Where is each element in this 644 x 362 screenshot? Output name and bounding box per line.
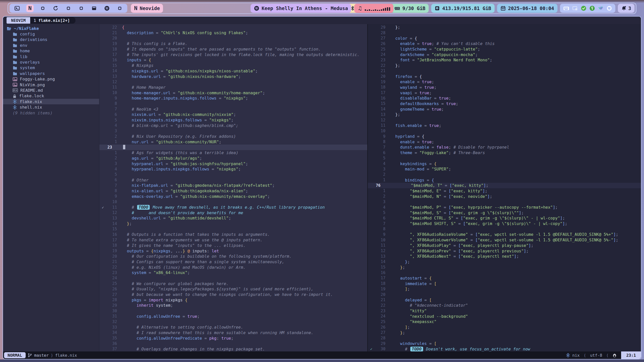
- code-line[interactable]: 4 "$mainMod, P" = ["exec, hyprpicker --a…: [368, 205, 641, 210]
- code-line[interactable]: 8: [368, 226, 641, 232]
- tree-item-foggy-lake-png[interactable]: Foggy-Lake.png: [3, 76, 99, 82]
- audio-visualizer-widget[interactable]: ♫: [354, 4, 393, 13]
- code-line[interactable]: 21: [368, 68, 641, 74]
- code-line[interactable]: 21 description = "ChUrl's NixOS config u…: [99, 30, 367, 36]
- code-line[interactable]: 19 ];: [368, 286, 641, 292]
- tree-item-derivations[interactable]: derivations: [3, 37, 99, 42]
- code-line[interactable]: 21 # Configs can support more than a sin…: [99, 259, 367, 265]
- code-line[interactable]: 3 main-mod = "SUPER";: [368, 166, 641, 172]
- code-line[interactable]: 6 theme = "Foggy-Lake"; # Three-Bears: [368, 150, 641, 156]
- check-circle-icon[interactable]: [581, 6, 586, 11]
- code-line[interactable]: 7 nix-flatpak.url = "github:gmodena/nix-…: [99, 183, 367, 188]
- code-line[interactable]: 22{: [99, 25, 367, 30]
- tab-flake-nix[interactable]: 1 flake.nix[2+]: [30, 17, 75, 24]
- code-line[interactable]: 14 gnomeTheme = true;: [368, 106, 641, 112]
- explorer-source-tab[interactable]: NEOVIM: [7, 17, 30, 24]
- code-line[interactable]: 18 # It depends on "inputs" that are pas…: [99, 47, 367, 52]
- code-line[interactable]: 27 };: [368, 330, 641, 336]
- code-line[interactable]: 8: [99, 101, 367, 107]
- workspace-2-neovim[interactable]: N: [26, 5, 34, 12]
- code-line[interactable]: 6 # Other: [99, 177, 367, 183]
- code-line[interactable]: 14 nixpkgs.url = "github:nixos/nixpkgs/n…: [99, 68, 367, 74]
- code-line[interactable]: 16 disableTabBar = true;: [368, 96, 641, 101]
- keyboard-icon[interactable]: [563, 6, 569, 11]
- code-line[interactable]: 11 fish.enable = true;: [368, 123, 641, 128]
- tree-item-env[interactable]: env: [3, 42, 99, 48]
- disk-widget[interactable]: 413.19/915.81 GiB: [431, 4, 494, 13]
- code-line[interactable]: 5: [368, 156, 641, 161]
- code-line[interactable]: 22 # e.g. NixOS (linux) and MacOS (darwi…: [99, 264, 367, 270]
- code-line-current[interactable]: 23: [99, 145, 367, 150]
- code-line[interactable]: 7 # NeoVim <3: [99, 106, 367, 112]
- code-line[interactable]: 1 nur.url = "github:nix-community/NUR";: [99, 139, 367, 145]
- code-line[interactable]: 15 # Nixpkgs: [99, 63, 367, 68]
- workspace-8-spotify[interactable]: [103, 5, 111, 12]
- code-line[interactable]: 13 hardware.url = "github:nixos/nixos-ha…: [99, 74, 367, 79]
- code-line[interactable]: 1 # Ags for widgets (this was a terrible…: [99, 150, 367, 156]
- workspace-7-window[interactable]: [90, 5, 98, 12]
- code-line[interactable]: 31 config.allowUnfree = true;: [99, 313, 367, 319]
- media-widget[interactable]: Keep Shelly In Athens - Medusa: [251, 4, 351, 13]
- code-line[interactable]: 1 bindings = {: [368, 177, 641, 183]
- code-line[interactable]: 2 ags.url = "github:Aylur/ags";: [99, 156, 367, 161]
- code-line[interactable]: 9 emacs-overlay.url = "github:nix-commun…: [99, 194, 367, 199]
- workspace-1-terminal[interactable]: [13, 5, 21, 12]
- code-line[interactable]: 20 firefox = {: [368, 74, 641, 79]
- workspace-5-empty[interactable]: [65, 5, 72, 12]
- code-line[interactable]: 21 delayed = [: [368, 297, 641, 303]
- tree-item-overlays[interactable]: overlays: [3, 59, 99, 65]
- code-line[interactable]: 17 vaapi = true;: [368, 90, 641, 96]
- code-line[interactable]: 16 # Outputs is a function that takes th…: [99, 232, 367, 237]
- tree-item-flake-nix[interactable]: flake.nix: [3, 99, 99, 104]
- code-line[interactable]: 17 # To handle extra arguments we use th…: [99, 237, 367, 243]
- code-line[interactable]: 28 pkgs = import nixpkgs {: [99, 297, 367, 303]
- v-logo-icon[interactable]: [598, 6, 603, 11]
- code-line[interactable]: 25 "keepassxc": [368, 319, 641, 325]
- code-line[interactable]: 26 # Usually, "nixpkgs.legacyPackages.${…: [99, 286, 367, 292]
- code-line[interactable]: 33 # Alternative to setting config.allow…: [99, 325, 367, 330]
- code-line[interactable]: 24 darkScheme = "catppuccin-mocha";: [368, 52, 641, 57]
- code-line[interactable]: 16 inputs = {: [99, 57, 367, 63]
- code-line[interactable]: 35 config.allowUnfreePredicate = pkg: tr…: [99, 335, 367, 341]
- code-line-current[interactable]: 76 "$mainMod, T" = ["exec, kitty"];: [368, 183, 641, 188]
- code-line[interactable]: 15: [99, 226, 367, 232]
- code-line[interactable]: 2: [368, 172, 641, 177]
- code-line[interactable]: ✓11 # TODO Move away from devshell, as i…: [99, 205, 367, 210]
- code-line[interactable]: 16: [368, 270, 641, 276]
- code-line[interactable]: 15 };: [368, 264, 641, 270]
- code-line[interactable]: 15 defaultBookmarks = true;: [368, 101, 641, 107]
- code-line[interactable]: 2 # Nix User Repository (e.g. Firefox ad…: [99, 134, 367, 139]
- code-line[interactable]: 29 };: [368, 25, 641, 30]
- code-line[interactable]: 22 };: [368, 63, 641, 68]
- code-line[interactable]: ✓30 # TODO Doesn't work, use focus_on_ac…: [368, 346, 641, 351]
- workspace-3-empty[interactable]: [39, 5, 47, 12]
- key-circle-icon[interactable]: [589, 6, 595, 11]
- code-line[interactable]: 30: [99, 308, 367, 314]
- memory-widget[interactable]: 9/30 GiB: [391, 4, 429, 13]
- code-line[interactable]: 18 immediate = [: [368, 281, 641, 286]
- code-line[interactable]: 5 nixvim.inputs.nixpkgs.follows = "nixpk…: [99, 117, 367, 123]
- code-line[interactable]: 12 # and doesn't provide any benefits fo…: [99, 210, 367, 215]
- tree-item-shell-nix[interactable]: shell.nix: [3, 104, 99, 110]
- code-line[interactable]: 28: [368, 30, 641, 36]
- code-line[interactable]: 36: [99, 341, 367, 346]
- focused-window-pill[interactable]: N Neovide: [131, 4, 163, 13]
- code-line[interactable]: 23 "kitty": [368, 308, 641, 314]
- code-line[interactable]: 27 color = {: [368, 35, 641, 41]
- code-line[interactable]: 7 dunst.enable = false; # Disable for hy…: [368, 145, 641, 150]
- code-line[interactable]: 19 # This config is a Flake.: [99, 41, 367, 47]
- tree-item-home[interactable]: home: [3, 48, 99, 54]
- code-line[interactable]: 5: [99, 172, 367, 177]
- workspace-4-refresh[interactable]: [52, 5, 59, 12]
- code-line[interactable]: 10 ", XF86AudioLowerVolume" = ["exec, wp…: [368, 237, 641, 243]
- tree-item-config[interactable]: config: [3, 31, 99, 37]
- code-line[interactable]: 12: [99, 79, 367, 85]
- tree-item-readme-md[interactable]: README.md: [3, 87, 99, 93]
- code-line[interactable]: 20: [368, 292, 641, 297]
- code-line[interactable]: 7 "$mainMod SHIFT, S" = ["exec, grim -g …: [368, 221, 641, 227]
- code-line[interactable]: 13 devshell.url = "github:numtide/devshe…: [99, 215, 367, 221]
- code-line[interactable]: 18 wayland = true;: [368, 85, 641, 90]
- code-line[interactable]: 24: [99, 276, 367, 281]
- tree-item-nixvim-png[interactable]: NixVim.png: [3, 82, 99, 87]
- code-line[interactable]: 25 lightScheme = "catppuccin-latte";: [368, 47, 641, 52]
